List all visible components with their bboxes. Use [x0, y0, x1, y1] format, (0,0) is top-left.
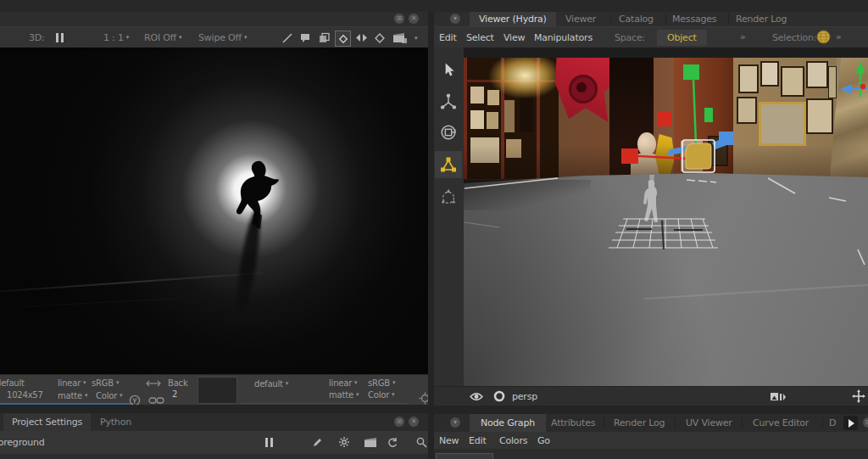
pause-icon[interactable]	[56, 33, 64, 42]
compare-wipe-icon[interactable]	[355, 32, 368, 43]
scale-tool-icon[interactable]	[435, 151, 462, 178]
gizmo-z-handle[interactable]	[719, 132, 734, 145]
panel-close-icon[interactable]: ✕	[409, 417, 419, 427]
zoom-level-dropdown[interactable]: 1 : 1	[103, 32, 129, 43]
selection-globe-icon[interactable]	[816, 30, 831, 44]
layer-field-value[interactable]: foreground	[0, 437, 45, 448]
menu-new[interactable]: New	[439, 435, 459, 446]
selection-label: Selection:	[772, 32, 816, 43]
translate-tool-icon[interactable]	[437, 90, 460, 114]
panel-menu-icon[interactable]: ▾	[450, 417, 460, 428]
view-name-dropdown-b[interactable]: default	[254, 379, 288, 389]
tab-node-graph[interactable]: Node Graph	[470, 414, 546, 432]
display-dropdown[interactable]: sRGB	[92, 378, 119, 388]
diamond-icon[interactable]	[374, 32, 386, 44]
menu-select[interactable]: Select	[466, 32, 494, 43]
pane-divider-vertical[interactable]	[428, 12, 434, 459]
search-icon[interactable]	[415, 436, 427, 448]
monitor-canvas[interactable]	[0, 48, 428, 374]
panel-more-icon[interactable]: ⊞	[863, 417, 868, 428]
chevron-down-icon	[392, 379, 395, 386]
tab-separator	[822, 417, 823, 428]
project-panel-footer	[0, 454, 428, 459]
swipe-dropdown[interactable]: Swipe Off	[198, 32, 247, 43]
menu-go[interactable]: Go	[537, 435, 550, 446]
menu-colors[interactable]: Colors	[499, 435, 527, 446]
tab-separator	[675, 417, 676, 428]
select-tool-icon[interactable]	[437, 58, 460, 81]
aperture-icon[interactable]	[493, 390, 505, 402]
pan-icon[interactable]	[852, 389, 865, 403]
tab-messages[interactable]: Messages	[665, 12, 723, 26]
eye-icon[interactable]	[470, 392, 483, 401]
faint-ridge-line-2	[25, 298, 178, 306]
crop-region-icon[interactable]	[335, 31, 351, 47]
application-window: ⊞ ✕ 3D: 1 : 1 ROI Off Swipe Off	[0, 0, 868, 459]
display-dropdown-b[interactable]: sRGB	[368, 378, 395, 388]
roi-dropdown[interactable]: ROI Off	[144, 32, 181, 43]
menu-edit[interactable]: Edit	[439, 32, 457, 43]
panel-menu-icon[interactable]: ▾	[450, 14, 460, 24]
node-graph-panel: ▾ Node Graph Attributes Render Log UV Vi…	[434, 414, 868, 459]
tab-project-settings[interactable]: Project Settings	[3, 413, 91, 431]
space-mode-button[interactable]: Object	[657, 30, 707, 46]
colorspace-dropdown-b[interactable]: linear	[329, 378, 357, 388]
panel-menu-icon[interactable]: ⊞	[394, 14, 404, 24]
chevron-down-icon[interactable]	[415, 35, 418, 42]
clapperboard-icon[interactable]	[392, 31, 408, 44]
pane-divider[interactable]	[434, 406, 868, 414]
tab-attributes[interactable]: Attributes	[544, 414, 602, 432]
menu-view[interactable]: View	[504, 32, 525, 43]
tab-render-log[interactable]: Render Log	[729, 12, 793, 26]
gizmo-y-handle[interactable]	[683, 64, 713, 122]
resolution-label: 1024x57	[7, 390, 43, 400]
next-tab-button[interactable]	[843, 416, 858, 430]
pane-divider[interactable]	[0, 405, 428, 413]
component-dropdown[interactable]: Color	[96, 391, 122, 400]
pixel-swatch[interactable]	[198, 377, 237, 404]
tab-catalog[interactable]: Catalog	[612, 12, 660, 26]
channel-dropdown[interactable]: matte	[58, 391, 87, 400]
tab-dope-sheet[interactable]: D	[824, 414, 841, 432]
viewport-canvas[interactable]	[464, 48, 868, 386]
channel-dropdown-b[interactable]: matte	[329, 390, 359, 400]
tab-viewer-hydra[interactable]: Viewer (Hydra)	[470, 12, 556, 26]
layers-icon[interactable]	[318, 32, 330, 44]
rotate-tool-icon[interactable]	[437, 120, 460, 144]
tab-separator	[610, 14, 611, 25]
colorspace-dropdown[interactable]: linear	[58, 378, 86, 388]
panel-close-icon[interactable]: ✕	[409, 14, 419, 24]
width-icon[interactable]	[146, 380, 161, 387]
project-panel: Project Settings Python ⊞ ✕ foreground	[0, 413, 428, 459]
tab-render-log-2[interactable]: Render Log	[607, 414, 671, 432]
gear-icon[interactable]	[338, 436, 350, 448]
menu-manipulators[interactable]: Manipulators	[534, 32, 593, 43]
link-icon[interactable]	[148, 396, 164, 405]
transform-multi-tool-icon[interactable]	[437, 185, 460, 209]
component-dropdown-b[interactable]: Color	[368, 390, 394, 400]
panel-menu-icon[interactable]: ⊞	[394, 417, 404, 427]
menu-edit-2[interactable]: Edit	[469, 435, 487, 446]
frame-value[interactable]: 2	[172, 389, 177, 399]
edge-translate-gizmo[interactable]	[840, 61, 868, 97]
tab-separator	[742, 417, 743, 428]
pen-icon[interactable]	[312, 437, 323, 448]
chevron-more-icon[interactable]: »	[836, 31, 842, 42]
line-tool-icon[interactable]	[281, 32, 293, 44]
silhouette-figure	[234, 156, 292, 234]
tab-viewer[interactable]: Viewer	[559, 12, 603, 26]
snapshot-icon[interactable]	[771, 392, 786, 402]
chevron-more-icon[interactable]: »	[740, 31, 746, 42]
tab-uv-viewer[interactable]: UV Viewer	[679, 414, 739, 432]
clapperboard-icon[interactable]	[364, 437, 377, 448]
tab-curve-editor[interactable]: Curve Editor	[746, 414, 815, 432]
camera-name-dropdown[interactable]: persp	[512, 391, 537, 402]
tab-python[interactable]: Python	[92, 413, 140, 431]
window-top-strip	[0, 0, 868, 13]
sync-icon[interactable]	[387, 437, 398, 448]
settings-icon[interactable]	[419, 392, 428, 405]
pause-icon[interactable]	[265, 438, 274, 447]
gizmo-center-handle[interactable]	[686, 143, 711, 169]
comment-icon[interactable]	[299, 32, 311, 44]
view-name-dropdown[interactable]: default	[0, 378, 25, 388]
